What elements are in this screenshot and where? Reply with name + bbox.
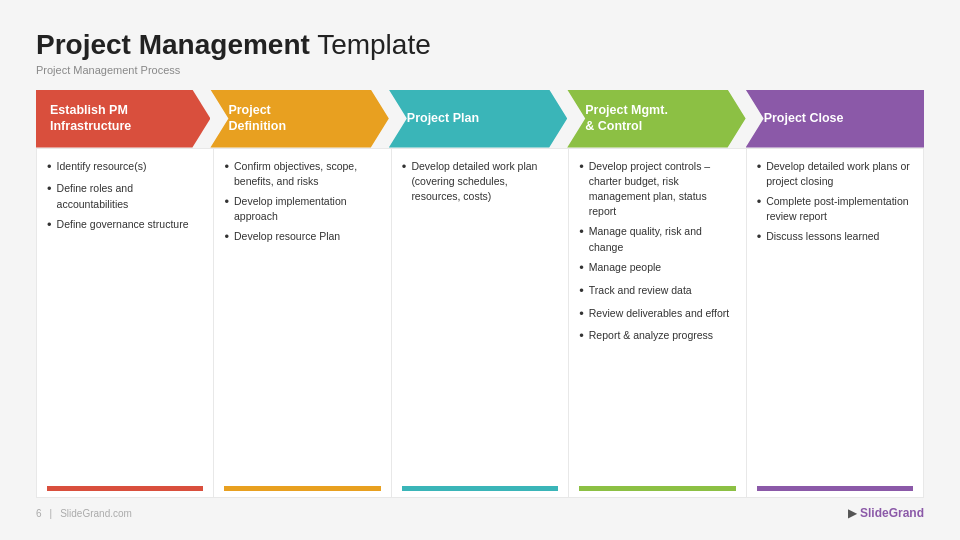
bullet-list-3: Develop detailed work plan (covering sch… xyxy=(402,159,558,210)
content-row: Identify resource(s) Define roles and ac… xyxy=(36,148,924,498)
arrow-project-close: Project Close xyxy=(746,90,924,148)
slide-subtitle: Project Management Process xyxy=(36,64,924,76)
list-item: Manage people xyxy=(579,260,735,278)
list-item: Define roles and accountabilities xyxy=(47,181,203,211)
bottom-bar-3 xyxy=(402,486,558,491)
bottom-bar-5 xyxy=(757,486,913,491)
footer-divider: | xyxy=(50,508,53,519)
bullet-list-2: Confirm objectives, scope, benefits, and… xyxy=(224,159,380,253)
arrow-project-definition: Project Definition xyxy=(210,90,388,148)
list-item: Track and review data xyxy=(579,283,735,301)
bullet-list-1: Identify resource(s) Define roles and ac… xyxy=(47,159,203,240)
bullet-list-5: Develop detailed work plans or project c… xyxy=(757,159,913,253)
list-item: Review deliverables and effort xyxy=(579,306,735,324)
content-col-1: Identify resource(s) Define roles and ac… xyxy=(36,148,214,498)
arrow-project-plan: Project Plan xyxy=(389,90,567,148)
bottom-bar-1 xyxy=(47,486,203,491)
list-item: Define governance structure xyxy=(47,217,203,235)
content-col-5: Develop detailed work plans or project c… xyxy=(747,148,924,498)
arrow-establish-pm: Establish PM Infrastructure xyxy=(36,90,210,148)
content-col-2: Confirm objectives, scope, benefits, and… xyxy=(214,148,391,498)
bottom-bar-4 xyxy=(579,486,735,491)
bottom-bar-2 xyxy=(224,486,380,491)
footer-website: SlideGrand.com xyxy=(60,508,132,519)
list-item: Confirm objectives, scope, benefits, and… xyxy=(224,159,380,189)
list-item: Develop implementation approach xyxy=(224,194,380,224)
list-item: Identify resource(s) xyxy=(47,159,203,177)
list-item: Develop resource Plan xyxy=(224,229,380,247)
content-col-3: Develop detailed work plan (covering sch… xyxy=(392,148,569,498)
title-area: Project Management Template Project Mana… xyxy=(36,28,924,86)
slide-title: Project Management Template xyxy=(36,28,924,62)
list-item: Develop detailed work plans or project c… xyxy=(757,159,913,189)
list-item: Report & analyze progress xyxy=(579,328,735,346)
list-item: Develop project controls – charter budge… xyxy=(579,159,735,220)
page-number: 6 xyxy=(36,508,42,519)
content-col-4: Develop project controls – charter budge… xyxy=(569,148,746,498)
list-item: Complete post-implementation review repo… xyxy=(757,194,913,224)
bullet-list-4: Develop project controls – charter budge… xyxy=(579,159,735,352)
list-item: Manage quality, risk and change xyxy=(579,224,735,254)
arrow-project-mgmt: Project Mgmt. & Control xyxy=(567,90,745,148)
arrow-row: Establish PM Infrastructure Project Defi… xyxy=(36,90,924,148)
list-item: Discuss lessons learned xyxy=(757,229,913,247)
footer-brand: ▶ SlideGrand xyxy=(848,506,924,520)
slide: Project Management Template Project Mana… xyxy=(0,0,960,540)
footer: 6 | SlideGrand.com ▶ SlideGrand xyxy=(36,506,924,520)
footer-left: 6 | SlideGrand.com xyxy=(36,508,132,519)
list-item: Develop detailed work plan (covering sch… xyxy=(402,159,558,205)
